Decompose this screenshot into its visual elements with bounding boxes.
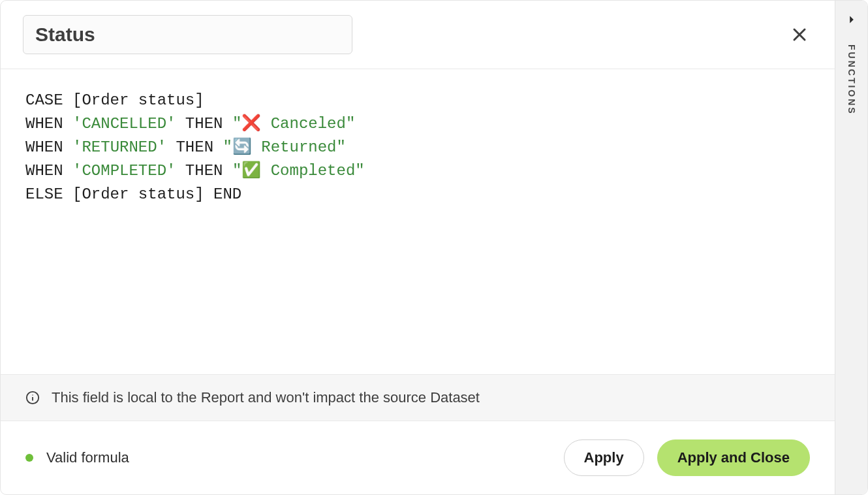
code-string: "✅ Completed": [232, 162, 365, 180]
chevron-right-icon: [847, 15, 856, 24]
expand-rail-button[interactable]: [847, 15, 856, 44]
code-string: "🔄 Returned": [223, 138, 345, 156]
info-text: This field is local to the Report and wo…: [52, 389, 480, 406]
code-keyword: WHEN: [25, 138, 72, 156]
info-icon: [25, 391, 40, 405]
code-field: [Order status]: [63, 185, 213, 203]
code-keyword: THEN: [166, 138, 223, 156]
footer-bar: Valid formula Apply Apply and Close: [1, 421, 835, 494]
code-keyword: THEN: [176, 162, 232, 180]
apply-button[interactable]: Apply: [564, 439, 644, 476]
code-string: 'RETURNED': [72, 138, 166, 156]
code-keyword: ELSE: [25, 185, 63, 203]
close-button[interactable]: [786, 22, 813, 48]
code-string: 'COMPLETED': [72, 162, 176, 180]
validation-status-text: Valid formula: [46, 449, 129, 466]
code-field: [Order status]: [63, 91, 204, 109]
info-bar: This field is local to the Report and wo…: [1, 374, 835, 421]
svg-point-4: [32, 394, 33, 395]
code-keyword: CASE: [25, 91, 63, 109]
header-row: [1, 1, 835, 69]
code-string: 'CANCELLED': [72, 115, 176, 133]
code-keyword: END: [213, 185, 241, 203]
close-icon: [792, 27, 807, 42]
code-keyword: WHEN: [25, 162, 72, 180]
code-keyword: WHEN: [25, 115, 72, 133]
main-panel: CASE [Order status] WHEN 'CANCELLED' THE…: [1, 1, 835, 494]
functions-rail-label[interactable]: FUNCTIONS: [846, 44, 857, 116]
apply-and-close-button[interactable]: Apply and Close: [657, 439, 810, 476]
formula-code-editor[interactable]: CASE [Order status] WHEN 'CANCELLED' THE…: [1, 69, 835, 374]
formula-editor-dialog: CASE [Order status] WHEN 'CANCELLED' THE…: [0, 0, 868, 495]
functions-side-rail: FUNCTIONS: [835, 1, 867, 494]
field-name-input[interactable]: [23, 15, 352, 54]
code-string: "❌ Canceled": [232, 115, 355, 133]
code-keyword: THEN: [176, 115, 232, 133]
status-dot-icon: [25, 454, 33, 462]
